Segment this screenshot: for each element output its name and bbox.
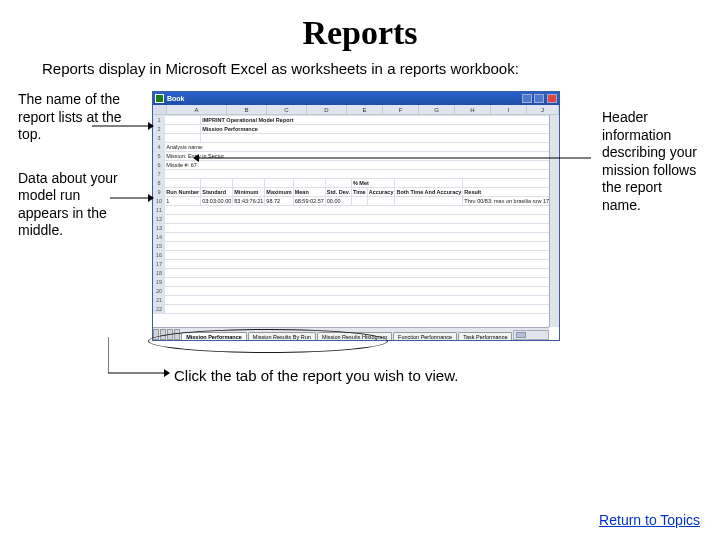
column-headers: A B C D E F G H I J — [153, 105, 559, 115]
right-annotation: Header information describing your missi… — [602, 109, 702, 214]
cell-header-2[interactable]: Missile #: 67 — [165, 161, 559, 170]
intro-text: Reports display in Microsoft Excel as wo… — [42, 60, 720, 77]
hdr-7[interactable]: Accuracy — [367, 188, 395, 197]
annotation-report-name: The name of the report lists at the top. — [18, 91, 134, 144]
col-C[interactable]: C — [267, 105, 307, 114]
hdr-10[interactable]: Result — [463, 188, 559, 197]
annotation-header-info: Header information describing your missi… — [602, 109, 702, 214]
col-J[interactable]: J — [527, 105, 559, 114]
vertical-scrollbar[interactable] — [549, 115, 559, 327]
annotation-tabs: Click the tab of the report you wish to … — [174, 367, 458, 384]
tab-mission-results-histogram[interactable]: Mission Results Histogram — [317, 332, 392, 340]
window-title: Book — [167, 95, 185, 102]
cell-report-title-1[interactable]: IMPRINT Operational Model Report — [201, 116, 559, 125]
minimize-button[interactable] — [522, 94, 532, 103]
cell-m6[interactable] — [351, 197, 367, 206]
cell-m4[interactable]: 68:59:02.57 — [293, 197, 325, 206]
page-title: Reports — [0, 14, 720, 52]
svg-marker-6 — [164, 369, 170, 377]
hdr-6[interactable]: Time — [351, 188, 367, 197]
annotation-data-middle: Data about your model run appears in the… — [18, 170, 134, 240]
close-button[interactable] — [547, 94, 557, 103]
horizontal-scrollbar[interactable] — [513, 330, 549, 340]
hdr-0[interactable]: Run Number — [165, 188, 201, 197]
excel-window: Book A B C D E F G H I J 1IMPRINT Operat… — [152, 91, 560, 341]
cell-report-title-2[interactable]: Mission Performance — [201, 125, 559, 134]
window-controls — [521, 94, 557, 104]
cell-m1[interactable]: 03:03:00.00 — [201, 197, 233, 206]
tab-mission-performance[interactable]: Mission Performance — [181, 332, 247, 340]
cell-header-1[interactable]: Mission: Entry in Sector — [165, 152, 559, 161]
hdr-1[interactable]: Standard — [201, 188, 233, 197]
hdr-8[interactable]: Both Time And Accuracy — [395, 188, 463, 197]
cell-pct-met[interactable]: % Met — [351, 179, 395, 188]
tab-mission-results-by-run[interactable]: Mission Results By Run — [248, 332, 316, 340]
col-H[interactable]: H — [455, 105, 491, 114]
cell-m7[interactable] — [367, 197, 395, 206]
tab-nav-next[interactable] — [167, 329, 173, 340]
tab-nav-prev[interactable] — [160, 329, 166, 340]
cell-m5[interactable]: 00.00 — [325, 197, 351, 206]
col-A[interactable]: A — [167, 105, 227, 114]
col-F[interactable]: F — [383, 105, 419, 114]
sheet-tabs-bar: Mission Performance Mission Results By R… — [153, 327, 549, 340]
hdr-4[interactable]: Mean — [293, 188, 325, 197]
cell-header-0[interactable]: Analysis name: — [165, 143, 559, 152]
col-E[interactable]: E — [347, 105, 383, 114]
excel-icon — [155, 94, 164, 103]
cell-m3[interactable]: 98.72 — [265, 197, 293, 206]
cell-m8[interactable] — [395, 197, 463, 206]
titlebar: Book — [153, 92, 559, 105]
spreadsheet-grid[interactable]: 1IMPRINT Operational Model Report 2Missi… — [153, 115, 559, 327]
left-annotations: The name of the report lists at the top.… — [18, 91, 134, 266]
tab-task-performance[interactable]: Task Performance — [458, 332, 512, 340]
cell-m9[interactable]: Thru 00/83: max on brasilia row 170% — [463, 197, 559, 206]
col-B[interactable]: B — [227, 105, 267, 114]
tab-nav-first[interactable] — [153, 329, 159, 340]
col-D[interactable]: D — [307, 105, 347, 114]
cell-m2[interactable]: 83:43:76:21 — [233, 197, 265, 206]
hdr-2[interactable]: Minimum — [233, 188, 265, 197]
hdr-3[interactable]: Maximum — [265, 188, 293, 197]
arrow-tabs-callout — [108, 337, 170, 379]
col-G[interactable]: G — [419, 105, 455, 114]
return-to-topics-link[interactable]: Return to Topics — [599, 512, 700, 528]
cell-m0[interactable]: 1 — [165, 197, 201, 206]
col-I[interactable]: I — [491, 105, 527, 114]
tab-function-performance[interactable]: Function Performance — [393, 332, 457, 340]
maximize-button[interactable] — [534, 94, 544, 103]
hdr-5[interactable]: Std. Dev. — [325, 188, 351, 197]
tab-nav-last[interactable] — [174, 329, 180, 340]
